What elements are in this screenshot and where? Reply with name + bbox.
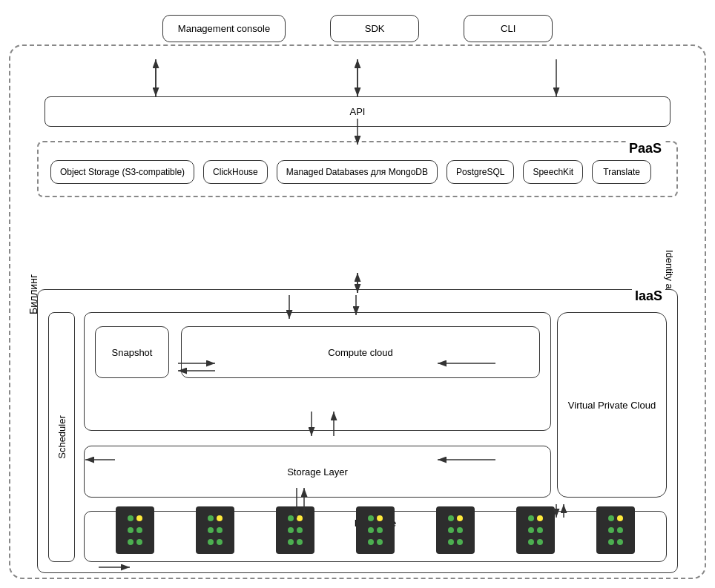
translate-label: Translate	[603, 167, 640, 177]
paas-item-translate: Translate	[592, 160, 651, 184]
server-icon-1	[116, 506, 154, 554]
iaas-section: IaaS Scheduler Snapshot Compute cloud St…	[37, 289, 678, 573]
sdk-box: SDK	[330, 15, 419, 42]
scheduler-bar: Scheduler	[48, 312, 75, 562]
vpc-label: Virtual Private Cloud	[568, 400, 656, 411]
snapshot-label: Snapshot	[112, 347, 153, 358]
storage-layer-label: Storage Layer	[287, 466, 348, 478]
speechkit-label: SpeechKit	[533, 167, 573, 177]
paas-item-clickhouse: ClickHouse	[203, 160, 268, 184]
snapshot-box: Snapshot	[95, 326, 169, 378]
top-row: Management console SDK CLI	[74, 15, 641, 42]
cli-box: CLI	[464, 15, 553, 42]
diagram-container: Биллинг Identity and Access management M…	[0, 0, 715, 588]
vpc-box: Virtual Private Cloud	[557, 312, 667, 498]
paas-label: PaaS	[626, 141, 665, 156]
api-label: API	[350, 106, 366, 117]
storage-layer-box: Storage Layer	[84, 446, 551, 498]
server-icon-5	[436, 506, 475, 554]
cli-label: CLI	[501, 23, 515, 34]
postgresql-label: PostgreSQL	[456, 167, 504, 177]
compute-cloud-box: Compute cloud	[181, 326, 540, 378]
managed-db-label: Managed Databases для MongoDB	[286, 167, 428, 177]
paas-item-speechkit: SpeechKit	[523, 160, 583, 184]
server-icon-6	[516, 506, 555, 554]
paas-section: PaaS Object Storage (S3-compatible) Clic…	[37, 141, 678, 197]
paas-item-object-storage: Object Storage (S3-compatible)	[50, 160, 194, 184]
server-icon-2	[196, 506, 234, 554]
management-console-label: Management console	[178, 23, 270, 34]
compute-cloud-label: Compute cloud	[328, 347, 392, 358]
clickhouse-label: ClickHouse	[213, 167, 258, 177]
hardware-section: Hardware	[84, 511, 667, 562]
management-console-box: Management console	[162, 15, 286, 42]
iaas-label: IaaS	[632, 288, 665, 304]
server-icon-3	[276, 506, 314, 554]
compute-area: Snapshot Compute cloud	[84, 312, 551, 431]
server-icon-4	[356, 506, 395, 554]
paas-items: Object Storage (S3-compatible) ClickHous…	[50, 160, 665, 184]
servers-row	[95, 506, 656, 554]
scheduler-label: Scheduler	[56, 415, 67, 459]
api-bar: API	[45, 96, 670, 127]
object-storage-label: Object Storage (S3-compatible)	[60, 167, 185, 177]
paas-item-managed-db: Managed Databases для MongoDB	[277, 160, 438, 184]
paas-item-postgresql: PostgreSQL	[447, 160, 514, 184]
sdk-label: SDK	[365, 23, 385, 34]
server-icon-7	[596, 506, 635, 554]
